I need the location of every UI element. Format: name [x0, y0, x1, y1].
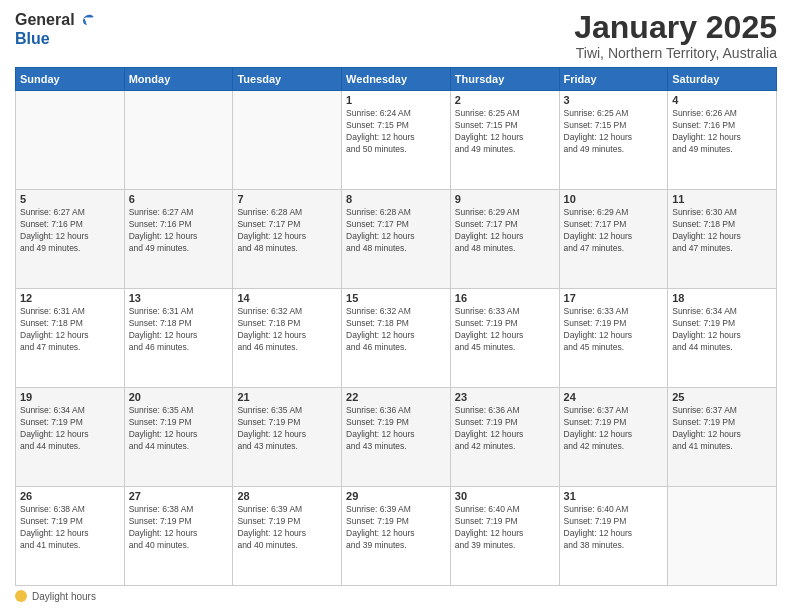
day-number: 7 — [237, 193, 337, 205]
day-info: Sunrise: 6:38 AM Sunset: 7:19 PM Dayligh… — [20, 504, 120, 552]
day-info: Sunrise: 6:40 AM Sunset: 7:19 PM Dayligh… — [455, 504, 555, 552]
day-info: Sunrise: 6:36 AM Sunset: 7:19 PM Dayligh… — [346, 405, 446, 453]
day-number: 13 — [129, 292, 229, 304]
calendar-cell: 1Sunrise: 6:24 AM Sunset: 7:15 PM Daylig… — [342, 91, 451, 190]
calendar-cell: 28Sunrise: 6:39 AM Sunset: 7:19 PM Dayli… — [233, 487, 342, 586]
day-number: 10 — [564, 193, 664, 205]
weekday-header-saturday: Saturday — [668, 68, 777, 91]
logo: General Blue — [15, 10, 97, 48]
day-number: 6 — [129, 193, 229, 205]
day-number: 9 — [455, 193, 555, 205]
header: General Blue January 2025 Tiwi, Northern… — [15, 10, 777, 61]
day-info: Sunrise: 6:32 AM Sunset: 7:18 PM Dayligh… — [237, 306, 337, 354]
day-info: Sunrise: 6:30 AM Sunset: 7:18 PM Dayligh… — [672, 207, 772, 255]
calendar-cell: 5Sunrise: 6:27 AM Sunset: 7:16 PM Daylig… — [16, 190, 125, 289]
logo-bird-icon — [77, 10, 97, 30]
day-info: Sunrise: 6:33 AM Sunset: 7:19 PM Dayligh… — [564, 306, 664, 354]
calendar-cell: 18Sunrise: 6:34 AM Sunset: 7:19 PM Dayli… — [668, 289, 777, 388]
day-number: 3 — [564, 94, 664, 106]
day-info: Sunrise: 6:28 AM Sunset: 7:17 PM Dayligh… — [346, 207, 446, 255]
day-info: Sunrise: 6:25 AM Sunset: 7:15 PM Dayligh… — [564, 108, 664, 156]
day-info: Sunrise: 6:34 AM Sunset: 7:19 PM Dayligh… — [20, 405, 120, 453]
day-number: 14 — [237, 292, 337, 304]
calendar-cell: 29Sunrise: 6:39 AM Sunset: 7:19 PM Dayli… — [342, 487, 451, 586]
day-info: Sunrise: 6:25 AM Sunset: 7:15 PM Dayligh… — [455, 108, 555, 156]
calendar-cell: 31Sunrise: 6:40 AM Sunset: 7:19 PM Dayli… — [559, 487, 668, 586]
day-number: 25 — [672, 391, 772, 403]
day-info: Sunrise: 6:35 AM Sunset: 7:19 PM Dayligh… — [129, 405, 229, 453]
logo-text: General — [15, 10, 97, 30]
month-title: January 2025 — [574, 10, 777, 45]
weekday-header-wednesday: Wednesday — [342, 68, 451, 91]
day-number: 30 — [455, 490, 555, 502]
day-number: 5 — [20, 193, 120, 205]
calendar-cell: 13Sunrise: 6:31 AM Sunset: 7:18 PM Dayli… — [124, 289, 233, 388]
calendar-cell: 24Sunrise: 6:37 AM Sunset: 7:19 PM Dayli… — [559, 388, 668, 487]
day-info: Sunrise: 6:38 AM Sunset: 7:19 PM Dayligh… — [129, 504, 229, 552]
day-number: 16 — [455, 292, 555, 304]
calendar-cell: 2Sunrise: 6:25 AM Sunset: 7:15 PM Daylig… — [450, 91, 559, 190]
calendar-cell: 11Sunrise: 6:30 AM Sunset: 7:18 PM Dayli… — [668, 190, 777, 289]
day-number: 29 — [346, 490, 446, 502]
day-info: Sunrise: 6:36 AM Sunset: 7:19 PM Dayligh… — [455, 405, 555, 453]
week-row-1: 1Sunrise: 6:24 AM Sunset: 7:15 PM Daylig… — [16, 91, 777, 190]
day-number: 8 — [346, 193, 446, 205]
day-number: 28 — [237, 490, 337, 502]
calendar-cell: 8Sunrise: 6:28 AM Sunset: 7:17 PM Daylig… — [342, 190, 451, 289]
day-number: 31 — [564, 490, 664, 502]
weekday-header-thursday: Thursday — [450, 68, 559, 91]
day-number: 4 — [672, 94, 772, 106]
day-number: 24 — [564, 391, 664, 403]
day-number: 1 — [346, 94, 446, 106]
calendar-cell: 16Sunrise: 6:33 AM Sunset: 7:19 PM Dayli… — [450, 289, 559, 388]
daylight-dot-icon — [15, 590, 27, 602]
day-info: Sunrise: 6:27 AM Sunset: 7:16 PM Dayligh… — [129, 207, 229, 255]
day-info: Sunrise: 6:39 AM Sunset: 7:19 PM Dayligh… — [237, 504, 337, 552]
calendar-cell: 15Sunrise: 6:32 AM Sunset: 7:18 PM Dayli… — [342, 289, 451, 388]
week-row-5: 26Sunrise: 6:38 AM Sunset: 7:19 PM Dayli… — [16, 487, 777, 586]
day-number: 11 — [672, 193, 772, 205]
week-row-2: 5Sunrise: 6:27 AM Sunset: 7:16 PM Daylig… — [16, 190, 777, 289]
week-row-3: 12Sunrise: 6:31 AM Sunset: 7:18 PM Dayli… — [16, 289, 777, 388]
calendar-cell: 4Sunrise: 6:26 AM Sunset: 7:16 PM Daylig… — [668, 91, 777, 190]
calendar-cell — [16, 91, 125, 190]
weekday-header-row: SundayMondayTuesdayWednesdayThursdayFrid… — [16, 68, 777, 91]
calendar-cell: 30Sunrise: 6:40 AM Sunset: 7:19 PM Dayli… — [450, 487, 559, 586]
day-info: Sunrise: 6:33 AM Sunset: 7:19 PM Dayligh… — [455, 306, 555, 354]
page: General Blue January 2025 Tiwi, Northern… — [0, 0, 792, 612]
calendar-cell — [668, 487, 777, 586]
footer: Daylight hours — [15, 590, 777, 602]
day-info: Sunrise: 6:31 AM Sunset: 7:18 PM Dayligh… — [20, 306, 120, 354]
calendar-cell: 12Sunrise: 6:31 AM Sunset: 7:18 PM Dayli… — [16, 289, 125, 388]
day-info: Sunrise: 6:32 AM Sunset: 7:18 PM Dayligh… — [346, 306, 446, 354]
day-number: 27 — [129, 490, 229, 502]
day-info: Sunrise: 6:27 AM Sunset: 7:16 PM Dayligh… — [20, 207, 120, 255]
day-info: Sunrise: 6:37 AM Sunset: 7:19 PM Dayligh… — [672, 405, 772, 453]
calendar-cell: 14Sunrise: 6:32 AM Sunset: 7:18 PM Dayli… — [233, 289, 342, 388]
day-number: 12 — [20, 292, 120, 304]
day-number: 23 — [455, 391, 555, 403]
logo-general: General — [15, 11, 75, 29]
footer-label: Daylight hours — [32, 591, 96, 602]
day-info: Sunrise: 6:34 AM Sunset: 7:19 PM Dayligh… — [672, 306, 772, 354]
calendar-cell: 3Sunrise: 6:25 AM Sunset: 7:15 PM Daylig… — [559, 91, 668, 190]
day-info: Sunrise: 6:26 AM Sunset: 7:16 PM Dayligh… — [672, 108, 772, 156]
weekday-header-sunday: Sunday — [16, 68, 125, 91]
day-info: Sunrise: 6:24 AM Sunset: 7:15 PM Dayligh… — [346, 108, 446, 156]
calendar-cell: 27Sunrise: 6:38 AM Sunset: 7:19 PM Dayli… — [124, 487, 233, 586]
calendar-cell: 19Sunrise: 6:34 AM Sunset: 7:19 PM Dayli… — [16, 388, 125, 487]
day-info: Sunrise: 6:37 AM Sunset: 7:19 PM Dayligh… — [564, 405, 664, 453]
weekday-header-tuesday: Tuesday — [233, 68, 342, 91]
calendar-cell: 25Sunrise: 6:37 AM Sunset: 7:19 PM Dayli… — [668, 388, 777, 487]
day-info: Sunrise: 6:29 AM Sunset: 7:17 PM Dayligh… — [455, 207, 555, 255]
calendar-cell — [124, 91, 233, 190]
logo-blue: Blue — [15, 30, 50, 48]
calendar-cell: 6Sunrise: 6:27 AM Sunset: 7:16 PM Daylig… — [124, 190, 233, 289]
day-info: Sunrise: 6:40 AM Sunset: 7:19 PM Dayligh… — [564, 504, 664, 552]
calendar-cell: 23Sunrise: 6:36 AM Sunset: 7:19 PM Dayli… — [450, 388, 559, 487]
calendar-cell — [233, 91, 342, 190]
calendar-cell: 7Sunrise: 6:28 AM Sunset: 7:17 PM Daylig… — [233, 190, 342, 289]
location-subtitle: Tiwi, Northern Territory, Australia — [574, 45, 777, 61]
day-info: Sunrise: 6:31 AM Sunset: 7:18 PM Dayligh… — [129, 306, 229, 354]
calendar-table: SundayMondayTuesdayWednesdayThursdayFrid… — [15, 67, 777, 586]
